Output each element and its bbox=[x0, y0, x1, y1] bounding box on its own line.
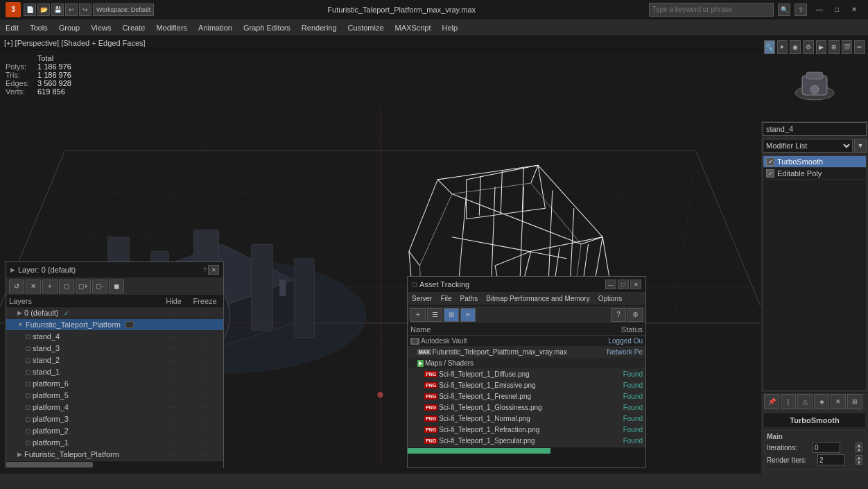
iterations-down-btn[interactable]: ▼ bbox=[856, 447, 862, 452]
layer-row[interactable]: ◻platform_5 ··· ··· bbox=[6, 390, 223, 402]
asset-help-btn[interactable]: ? bbox=[611, 308, 626, 322]
layer-row[interactable]: ◻stand_1 ··· ··· bbox=[6, 366, 223, 378]
layer-row[interactable]: ◻stand_2 ··· ··· bbox=[6, 354, 223, 366]
help-icon[interactable]: ? bbox=[795, 3, 807, 16]
make-unique-btn[interactable]: ◈ bbox=[814, 394, 829, 409]
layers-help-btn[interactable]: ? bbox=[203, 266, 207, 273]
asset-row[interactable]: PNG Sci-fi_Teleport_1_Specular.png Found bbox=[408, 436, 645, 447]
layers-close-btn[interactable]: ✕ bbox=[208, 265, 219, 275]
render-iters-up-btn[interactable]: ▲ bbox=[856, 455, 862, 460]
layer-row[interactable]: ▼ Futuristic_Taleport_Platform ··· ··· bbox=[6, 319, 223, 331]
asset-list-btn[interactable]: ☰ bbox=[427, 308, 442, 322]
asset-menu-paths[interactable]: Paths bbox=[456, 293, 483, 304]
configure-btn[interactable]: ⊞ bbox=[847, 394, 862, 409]
modifier-list-select[interactable]: Modifier List bbox=[763, 139, 853, 153]
asset-menu-server[interactable]: Server bbox=[408, 293, 436, 304]
workspace-btn[interactable]: Workspace: Default bbox=[93, 3, 154, 16]
layer-row[interactable]: ◻platform_2 ··· ··· bbox=[6, 425, 223, 437]
layers-refresh-btn[interactable]: ↺ bbox=[9, 280, 24, 293]
create-icon[interactable]: ✦ bbox=[777, 40, 788, 54]
asset-details-btn[interactable]: ≡ bbox=[460, 308, 476, 322]
modify-icon[interactable]: 🔧 bbox=[764, 40, 775, 54]
menu-modifiers[interactable]: Modifiers bbox=[150, 22, 193, 33]
asset-row[interactable]: PNG Sci-fi_Teleport_1_Emissive.png Found bbox=[408, 380, 645, 391]
asset-tree-btn[interactable]: ⊞ bbox=[444, 308, 459, 322]
iterations-input[interactable] bbox=[813, 442, 840, 453]
utilities-icon[interactable]: ⚙ bbox=[803, 40, 814, 54]
layer-row[interactable]: ◻platform_6 ··· ··· bbox=[6, 378, 223, 390]
menu-edit[interactable]: Edit bbox=[0, 22, 24, 33]
layers-add-sel-btn[interactable]: ◻+ bbox=[76, 280, 91, 293]
asset-close-btn[interactable]: ✕ bbox=[630, 280, 641, 289]
modifier-list-dropdown-btn[interactable]: ▼ bbox=[854, 139, 867, 153]
show-result-btn[interactable]: △ bbox=[797, 394, 813, 409]
menu-group[interactable]: Group bbox=[53, 22, 86, 33]
asset-row[interactable]: PNG Sci-fi_Teleport_1_Normal.png Found bbox=[408, 413, 645, 424]
asset-row[interactable]: ▶ Maps / Shaders bbox=[408, 358, 645, 369]
modifier-enable-check[interactable]: ✓ bbox=[766, 169, 774, 178]
layers-remove-sel-btn[interactable]: ◻- bbox=[92, 280, 107, 293]
asset-row[interactable]: PNG Sci-fi_Teleport_1_Diffuse.png Found bbox=[408, 369, 645, 380]
asset-row[interactable]: MAX Futuristic_Teleport_Platform_max_vra… bbox=[408, 347, 645, 358]
layers-scrollbar[interactable] bbox=[6, 461, 223, 467]
asset-menu-bitmap[interactable]: Bitmap Performance and Memory bbox=[482, 293, 594, 304]
new-file-btn[interactable]: 📄 bbox=[24, 3, 36, 16]
menu-tools[interactable]: Tools bbox=[24, 22, 53, 33]
asset-menu-options[interactable]: Options bbox=[594, 293, 626, 304]
menu-views[interactable]: Views bbox=[85, 22, 116, 33]
menu-rendering[interactable]: Rendering bbox=[296, 22, 342, 33]
asset-menu-file[interactable]: File bbox=[436, 293, 455, 304]
layer-row[interactable]: ◻platform_4 ··· ··· bbox=[6, 402, 223, 413]
menu-create[interactable]: Create bbox=[116, 22, 150, 33]
modifier-enable-check[interactable]: ✓ bbox=[766, 157, 774, 166]
maximize-button[interactable]: □ bbox=[828, 3, 845, 16]
layer-row[interactable]: ◻stand_3 ··· ··· bbox=[6, 343, 223, 354]
layer-row[interactable]: ◻platform_3 ··· ··· bbox=[6, 413, 223, 425]
viewport[interactable]: [+] [Perspective] [Shaded + Edged Faces]… bbox=[0, 36, 761, 474]
hierarchy-icon[interactable]: ⊞ bbox=[828, 40, 840, 54]
asset-row[interactable]: ⬛ Autodesk Vault Logged Ou bbox=[408, 336, 645, 347]
motion-icon[interactable]: ▶ bbox=[816, 40, 827, 54]
anim-icon[interactable]: 🎬 bbox=[842, 40, 853, 54]
layer-row[interactable]: ◻platform_1 ··· ··· bbox=[6, 437, 223, 449]
close-button[interactable]: ✕ bbox=[846, 3, 862, 16]
asset-minimize-btn[interactable]: — bbox=[605, 280, 616, 289]
undo-btn[interactable]: ↩ bbox=[65, 3, 78, 16]
layer-row[interactable]: ▶ 0 (default) ✓ ··· ··· bbox=[6, 307, 223, 319]
menu-customize[interactable]: Customize bbox=[342, 22, 390, 33]
pin-stack-btn[interactable]: 📌 bbox=[764, 394, 779, 409]
asset-row[interactable]: PNG Sci-fi_Teleport_1_Fresnel.png Found bbox=[408, 391, 645, 402]
layers-delete-btn[interactable]: ✕ bbox=[26, 280, 41, 293]
open-file-btn[interactable]: 📂 bbox=[37, 3, 50, 16]
layers-select-btn[interactable]: ◻ bbox=[59, 280, 74, 293]
layer-row[interactable]: ◻stand_4 ··· ··· bbox=[6, 331, 223, 343]
redo-btn[interactable]: ↪ bbox=[79, 3, 92, 16]
layer-row[interactable]: ▶Futuristic_Taleport_Platform ··· ··· bbox=[6, 449, 223, 461]
pencil-icon[interactable]: ✏ bbox=[854, 40, 865, 54]
search-bar[interactable] bbox=[649, 3, 774, 17]
menu-animation[interactable]: Animation bbox=[193, 22, 238, 33]
render-iters-input[interactable] bbox=[817, 454, 845, 465]
minimize-button[interactable]: — bbox=[811, 3, 828, 16]
asset-add-btn[interactable]: + bbox=[410, 308, 426, 322]
remove-modifier-btn[interactable]: ✕ bbox=[831, 394, 846, 409]
search-icon[interactable]: 🔍 bbox=[778, 3, 790, 16]
search-input[interactable] bbox=[650, 6, 747, 13]
asset-maximize-btn[interactable]: □ bbox=[618, 280, 629, 289]
layers-highlight-btn[interactable]: ◼ bbox=[109, 280, 124, 293]
save-file-btn[interactable]: 💾 bbox=[51, 3, 64, 16]
asset-row[interactable]: PNG Sci-fi_Teleport_1_Glossiness.png Fou… bbox=[408, 402, 645, 413]
layers-add-btn[interactable]: + bbox=[42, 280, 58, 293]
modifier-entry-turbosmooth[interactable]: ✓ TurboSmooth bbox=[763, 156, 866, 168]
menu-help[interactable]: Help bbox=[437, 22, 464, 33]
object-name-input[interactable] bbox=[763, 122, 867, 136]
active-shade-btn[interactable]: | bbox=[781, 394, 796, 409]
asset-row[interactable]: PNG Sci-fi_Teleport_1_Refraction.png Fou… bbox=[408, 424, 645, 436]
menu-graph-editors[interactable]: Graph Editors bbox=[238, 22, 296, 33]
menu-maxscript[interactable]: MAXScript bbox=[390, 22, 437, 33]
iterations-up-btn[interactable]: ▲ bbox=[856, 443, 862, 447]
display-icon[interactable]: ◉ bbox=[790, 40, 801, 54]
modifier-entry-editablepoly[interactable]: ✓ Editable Poly bbox=[763, 168, 866, 180]
asset-settings-btn[interactable]: ⚙ bbox=[627, 308, 643, 322]
render-iters-down-btn[interactable]: ▼ bbox=[856, 460, 862, 465]
